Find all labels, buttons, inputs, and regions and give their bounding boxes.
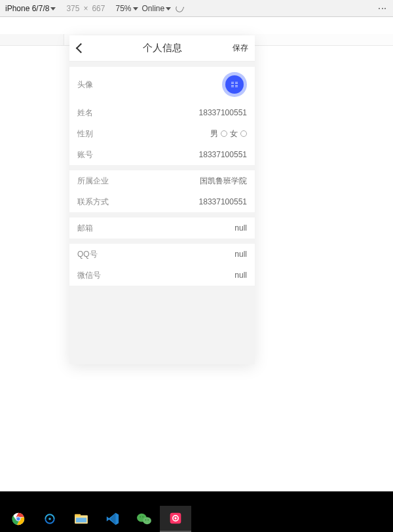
qq-value: null: [234, 250, 247, 259]
svg-point-4: [48, 518, 51, 520]
back-icon[interactable]: [76, 43, 83, 54]
name-value: 18337100551: [199, 108, 247, 117]
zoom-select[interactable]: 75%: [115, 4, 138, 13]
taskbar-explorer-icon[interactable]: [66, 506, 97, 532]
row-email[interactable]: 邮箱 null: [69, 218, 255, 238]
company-value: 国凯鲁班学院: [200, 176, 247, 187]
dimension-sep: ×: [83, 4, 88, 13]
device-select[interactable]: iPhone 6/7/8: [5, 4, 56, 13]
section-basic: 头像 姓名 18337100551 性别 男 女 账号 1833710055: [69, 67, 255, 165]
contact-value: 18337100551: [199, 197, 247, 206]
row-qq[interactable]: QQ号 null: [69, 244, 255, 265]
windows-taskbar: [0, 506, 393, 532]
viewport-height[interactable]: 667: [92, 4, 105, 13]
row-wechat[interactable]: 微信号 null: [69, 265, 255, 286]
wechat-value: null: [234, 271, 247, 280]
row-company: 所属企业 国凯鲁班学院: [69, 170, 255, 191]
wechat-label: 微信号: [77, 270, 101, 281]
name-label: 姓名: [77, 107, 93, 119]
email-value: null: [234, 223, 247, 233]
section-email: 邮箱 null: [69, 218, 255, 238]
taskbar-app1-icon[interactable]: [34, 506, 66, 532]
svg-point-16: [174, 517, 176, 519]
company-label: 所属企业: [77, 176, 109, 187]
gender-label: 性别: [77, 128, 93, 140]
viewport-width[interactable]: 375: [66, 4, 79, 13]
contact-label: 联系方式: [77, 197, 109, 208]
taskbar-vscode-icon[interactable]: [97, 506, 128, 532]
email-label: 邮箱: [77, 223, 93, 234]
svg-rect-6: [75, 514, 81, 517]
svg-point-11: [142, 516, 143, 518]
svg-point-13: [147, 520, 149, 521]
taskbar-capture-icon[interactable]: [160, 506, 191, 532]
gender-female-label: 女: [230, 128, 238, 140]
more-menu-icon[interactable]: ⋮: [377, 4, 388, 13]
section-social: QQ号 null 微信号 null: [69, 244, 255, 286]
svg-rect-7: [76, 518, 86, 522]
qq-label: QQ号: [77, 249, 98, 260]
taskbar-chrome-icon[interactable]: [3, 506, 34, 532]
row-contact[interactable]: 联系方式 18337100551: [69, 191, 255, 212]
row-account: 账号 18337100551: [69, 144, 255, 165]
avatar[interactable]: [222, 72, 247, 97]
gender-female-radio[interactable]: [240, 130, 247, 137]
window-gap: [0, 491, 393, 506]
svg-point-12: [145, 520, 147, 521]
section-org: 所属企业 国凯鲁班学院 联系方式 18337100551: [69, 170, 255, 212]
gender-male-radio[interactable]: [221, 130, 227, 137]
row-gender: 性别 男 女: [69, 123, 255, 144]
row-name[interactable]: 姓名 18337100551: [69, 102, 255, 123]
save-button[interactable]: 保存: [233, 43, 248, 54]
devtools-bar: iPhone 6/7/8 375 × 667 75% Online ⋮: [0, 0, 393, 17]
page-header: 个人信息 保存: [69, 35, 255, 62]
svg-point-3: [16, 517, 20, 521]
account-label: 账号: [77, 149, 93, 161]
rotate-icon[interactable]: [175, 4, 184, 13]
svg-point-10: [140, 516, 141, 518]
avatar-label: 头像: [77, 79, 93, 90]
row-avatar[interactable]: 头像: [69, 67, 255, 102]
gender-male-label: 男: [210, 128, 218, 140]
svg-point-9: [143, 517, 151, 524]
account-value: 18337100551: [199, 150, 247, 159]
device-viewport: 个人信息 保存 头像 姓名 18337100551 性别 男 女: [69, 35, 255, 364]
svg-point-0: [176, 5, 183, 12]
network-select[interactable]: Online: [142, 4, 172, 13]
page-title: 个人信息: [143, 42, 182, 54]
taskbar-wechat-icon[interactable]: [128, 506, 160, 532]
